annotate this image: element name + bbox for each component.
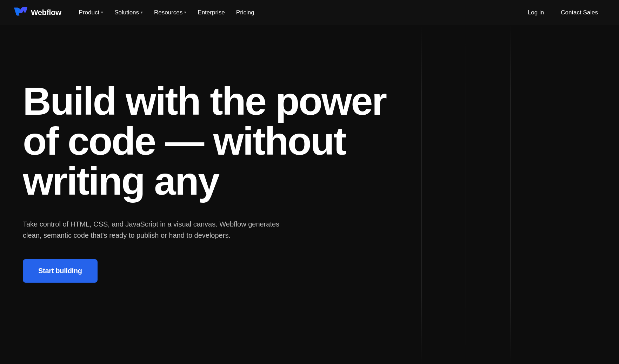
hero-content: Build with the power of code — without w… xyxy=(23,81,386,283)
hero-section: Build with the power of code — without w… xyxy=(0,25,619,364)
chevron-down-icon: ▾ xyxy=(101,10,103,15)
bg-line-6 xyxy=(551,25,551,364)
hero-heading: Build with the power of code — without w… xyxy=(23,81,386,202)
chevron-down-icon: ▾ xyxy=(141,10,143,15)
hero-subtext: Take control of HTML, CSS, and JavaScrip… xyxy=(23,218,289,241)
bg-line-5 xyxy=(510,25,511,364)
logo-link[interactable]: Webflow xyxy=(14,7,61,18)
navbar-right: Log in Contact Sales xyxy=(521,6,605,19)
webflow-logo-icon xyxy=(14,7,27,18)
chevron-down-icon: ▾ xyxy=(184,10,186,15)
contact-sales-button[interactable]: Contact Sales xyxy=(554,6,605,19)
navbar: Webflow Product ▾ Solutions ▾ Resources … xyxy=(0,0,619,25)
hero-heading-line1: Build with the power xyxy=(23,79,386,123)
nav-item-resources-label: Resources xyxy=(154,9,182,16)
logo-text: Webflow xyxy=(31,8,61,17)
nav-item-pricing-label: Pricing xyxy=(236,9,254,16)
nav-item-pricing[interactable]: Pricing xyxy=(231,6,259,19)
navbar-left: Webflow Product ▾ Solutions ▾ Resources … xyxy=(14,6,259,19)
start-building-button[interactable]: Start building xyxy=(23,259,98,283)
bg-line-4 xyxy=(466,25,466,364)
nav-links: Product ▾ Solutions ▾ Resources ▾ Enterp… xyxy=(74,6,259,19)
nav-item-product[interactable]: Product ▾ xyxy=(74,6,108,19)
nav-item-solutions-label: Solutions xyxy=(114,9,139,16)
nav-item-solutions[interactable]: Solutions ▾ xyxy=(109,6,148,19)
bg-line-3 xyxy=(421,25,422,364)
nav-item-product-label: Product xyxy=(79,9,100,16)
nav-item-resources[interactable]: Resources ▾ xyxy=(149,6,191,19)
login-button[interactable]: Log in xyxy=(521,6,551,19)
hero-heading-line3: writing any xyxy=(23,159,219,203)
hero-heading-line2: of code — without xyxy=(23,119,346,163)
nav-item-enterprise[interactable]: Enterprise xyxy=(193,6,229,19)
nav-item-enterprise-label: Enterprise xyxy=(198,9,225,16)
